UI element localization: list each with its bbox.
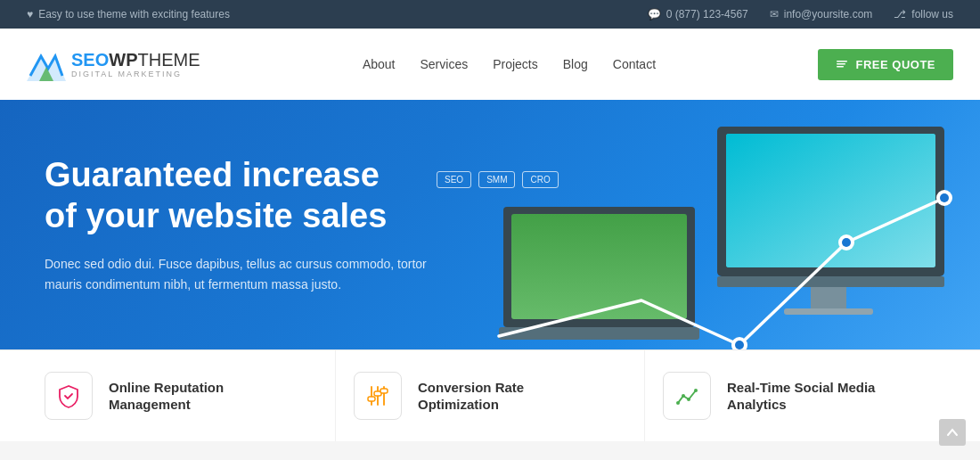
service-icon-analytics — [663, 372, 711, 420]
service-title-analytics: Real-Time Social MediaAnalytics — [727, 379, 875, 414]
logo-title: SEOWPTHEME — [71, 50, 200, 70]
nav-services[interactable]: Services — [421, 57, 469, 71]
hero-section: Guaranteed increase of your website sale… — [0, 100, 980, 349]
service-item-cro[interactable]: Conversion RateOptimization — [336, 350, 645, 441]
logo-theme: THEME — [137, 50, 200, 70]
heart-icon: ♥ — [27, 8, 33, 21]
service-text-orm: Online ReputationManagement — [109, 379, 224, 414]
nav-projects[interactable]: Projects — [493, 57, 538, 71]
hero-body: Donec sed odio dui. Fusce dapibus, tellu… — [45, 254, 437, 294]
topbar-left: ♥ Easy to use theme with exciting featur… — [27, 8, 230, 21]
svg-point-28 — [687, 398, 690, 401]
svg-rect-10 — [784, 308, 873, 315]
topbar-phone: 💬 0 (877) 123-4567 — [648, 8, 748, 21]
svg-point-15 — [735, 341, 744, 349]
header: SEOWPTHEME DIGITAL MARKETING About Servi… — [0, 29, 980, 100]
topbar-email: ✉ info@yoursite.com — [770, 8, 873, 21]
service-text-cro: Conversion RateOptimization — [418, 379, 524, 414]
svg-point-26 — [676, 401, 680, 405]
svg-rect-7 — [726, 134, 935, 267]
hero-content: Guaranteed increase of your website sale… — [45, 155, 437, 294]
sliders-icon — [365, 383, 390, 408]
svg-rect-9 — [811, 287, 846, 308]
topbar-tagline: Easy to use theme with exciting features — [38, 8, 230, 21]
logo-icon — [27, 47, 66, 81]
chart-icon — [674, 383, 699, 408]
quote-icon — [836, 58, 848, 70]
svg-point-19 — [940, 193, 949, 202]
mail-icon: ✉ — [770, 8, 779, 21]
devices-svg — [463, 113, 962, 349]
hero-devices — [463, 113, 962, 349]
nav-contact[interactable]: Contact — [613, 57, 656, 71]
free-quote-label: FREE QUOTE — [855, 58, 935, 71]
nav-blog[interactable]: Blog — [563, 57, 588, 71]
logo-text: SEOWPTHEME DIGITAL MARKETING — [71, 50, 200, 78]
services-strip: Online ReputationManagement Conversion R… — [0, 349, 980, 441]
service-item-orm[interactable]: Online ReputationManagement — [27, 350, 336, 441]
service-icon-orm — [45, 372, 93, 420]
logo-seo: SEO — [71, 50, 109, 70]
service-title-orm: Online ReputationManagement — [109, 379, 224, 414]
svg-rect-8 — [717, 276, 944, 287]
nav-about[interactable]: About — [363, 57, 396, 71]
svg-rect-12 — [511, 214, 687, 319]
service-text-analytics: Real-Time Social MediaAnalytics — [727, 379, 875, 414]
topbar-follow[interactable]: ⎇ follow us — [894, 8, 953, 21]
svg-rect-2 — [837, 61, 847, 62]
svg-point-27 — [682, 394, 685, 398]
main-nav: About Services Projects Blog Contact — [363, 57, 656, 71]
svg-rect-3 — [837, 63, 845, 65]
chevron-up-icon — [946, 426, 959, 439]
logo[interactable]: SEOWPTHEME DIGITAL MARKETING — [27, 47, 200, 81]
service-icon-cro — [354, 372, 402, 420]
service-item-analytics[interactable]: Real-Time Social MediaAnalytics — [645, 350, 953, 441]
logo-wp: WP — [109, 50, 137, 70]
logo-subtitle: DIGITAL MARKETING — [71, 70, 200, 78]
topbar: ♥ Easy to use theme with exciting featur… — [0, 0, 980, 29]
service-title-cro: Conversion RateOptimization — [418, 379, 524, 414]
scroll-to-top-button[interactable] — [939, 419, 966, 441]
free-quote-button[interactable]: FREE QUOTE — [818, 49, 953, 80]
topbar-right: 💬 0 (877) 123-4567 ✉ info@yoursite.com ⎇… — [648, 8, 953, 21]
svg-rect-4 — [837, 66, 844, 68]
shield-icon — [56, 383, 81, 408]
share-icon: ⎇ — [894, 8, 906, 21]
hero-headline: Guaranteed increase of your website sale… — [45, 155, 437, 236]
svg-rect-25 — [380, 389, 388, 393]
svg-rect-24 — [368, 397, 375, 401]
svg-point-17 — [842, 238, 851, 247]
svg-point-29 — [694, 389, 698, 392]
chat-icon: 💬 — [648, 8, 661, 21]
